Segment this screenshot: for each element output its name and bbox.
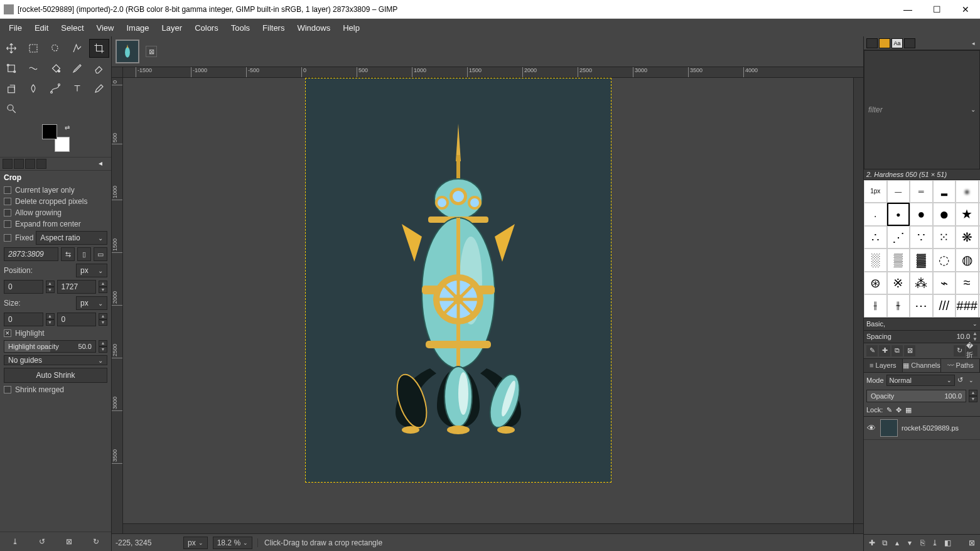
text-tool[interactable]	[67, 79, 87, 98]
brush-item[interactable]: ≈	[956, 272, 979, 295]
image-tab[interactable]	[116, 40, 139, 63]
size-unit-select[interactable]: px⌄	[76, 296, 107, 310]
pos-unit-select[interactable]: px⌄	[76, 264, 107, 277]
color-picker-tool[interactable]	[89, 79, 109, 98]
dup-layer-icon[interactable]: ⎘	[917, 537, 928, 548]
pos-y-input[interactable]: 1727	[57, 280, 97, 294]
brush-item[interactable]: ❋	[956, 226, 979, 249]
menu-select[interactable]: Select	[55, 21, 90, 35]
swap-ratio-icon[interactable]: ⇆	[61, 247, 75, 261]
menu-help[interactable]: Help	[337, 21, 366, 35]
smudge-tool[interactable]	[23, 79, 43, 98]
tab-paths[interactable]: 〰Paths	[941, 359, 980, 372]
brush-item[interactable]: —	[887, 180, 910, 203]
warp-tool[interactable]	[23, 59, 43, 78]
brush-item[interactable]: ●	[956, 180, 979, 203]
brush-item[interactable]: ◍	[956, 249, 979, 272]
brush-grid[interactable]: 1px—═▂●●.●●●★✶∴⋰∵⁙❋✦░▒▓◌◍◉⊛※⁂⌁≈〰⫲⫳⋯///##…	[864, 180, 980, 318]
ratio-input[interactable]: 2873:3809	[4, 247, 58, 261]
tab-channels[interactable]: ▦Channels	[903, 359, 942, 372]
fuzzy-select-tool[interactable]	[67, 39, 87, 58]
brush-item[interactable]: ###	[956, 294, 979, 318]
brush-item[interactable]: ⌁	[933, 272, 956, 295]
brush-item[interactable]: ⁂	[910, 272, 933, 295]
restore-preset-icon[interactable]: ↺	[36, 536, 48, 547]
new-layer-icon[interactable]: ✚	[866, 537, 878, 548]
brush-item[interactable]: ⋰	[887, 226, 910, 249]
menu-layer[interactable]: Layer	[156, 21, 189, 35]
ruler-vertical[interactable]: 0500100015002000250030003500	[112, 78, 123, 523]
highlight-check[interactable]: Highlight	[4, 329, 107, 338]
brush-item[interactable]: ※	[887, 272, 910, 295]
transform-tool[interactable]	[1, 59, 21, 78]
current-layer-only-check[interactable]: Current layer only	[4, 186, 107, 195]
brush-item[interactable]: ⁙	[933, 226, 956, 249]
menu-windows[interactable]: Windows	[291, 21, 337, 35]
brush-item[interactable]: 1px	[864, 180, 887, 203]
reset-preset-icon[interactable]: ↻	[90, 536, 102, 547]
delete-cropped-check[interactable]: Delete cropped pixels	[4, 197, 107, 206]
tab-tool-options[interactable]	[3, 159, 13, 169]
allow-growing-check[interactable]: Allow growing	[4, 208, 107, 217]
zoom-tool[interactable]	[1, 99, 21, 118]
swap-colors-icon[interactable]: ⇄	[65, 124, 70, 131]
menu-edit[interactable]: Edit	[28, 21, 55, 35]
size-w-input[interactable]: 0	[4, 313, 43, 326]
bucket-fill-tool[interactable]	[45, 59, 65, 78]
menu-tools[interactable]: Tools	[225, 21, 256, 35]
tab-fonts[interactable]: Aa	[891, 38, 903, 48]
minimize-button[interactable]: —	[893, 0, 922, 18]
brush-item[interactable]: ⫳	[887, 294, 910, 318]
tab-images[interactable]	[36, 159, 46, 169]
paintbrush-tool[interactable]	[67, 59, 87, 78]
visibility-icon[interactable]: 👁	[866, 423, 876, 433]
brush-item[interactable]: ●	[887, 203, 910, 226]
brush-item[interactable]: ◌	[933, 249, 956, 272]
brush-item[interactable]: ▒	[887, 249, 910, 272]
brush-item[interactable]: ∵	[910, 226, 933, 249]
dock-menu-icon[interactable]: ◂	[969, 39, 977, 48]
menu-image[interactable]: Image	[120, 21, 155, 35]
size-h-input[interactable]: 0	[57, 313, 97, 326]
dup-brush-icon[interactable]: ⧉	[891, 345, 903, 356]
lock-pixels-icon[interactable]: ✎	[886, 406, 892, 414]
eraser-tool[interactable]	[89, 59, 109, 78]
fixed-mode-select[interactable]: Aspect ratio⌄	[36, 231, 107, 245]
nav-corner-icon[interactable]	[853, 523, 863, 533]
merge-down-icon[interactable]: ⤓	[929, 537, 940, 548]
status-zoom-select[interactable]: 18.2 %⌄	[213, 537, 252, 549]
layer-row[interactable]: 👁 rocket-5029889.ps	[864, 417, 980, 440]
landscape-icon[interactable]: ▭	[94, 247, 107, 261]
ruler-horizontal[interactable]: -1500-1000-50005001000150020002500300035…	[112, 67, 863, 78]
brush-item[interactable]: .	[864, 203, 887, 226]
brush-item[interactable]: ●	[933, 203, 956, 226]
raise-layer-icon[interactable]: ▴	[891, 537, 903, 548]
menu-colors[interactable]: Colors	[188, 21, 225, 35]
mode-menu-icon[interactable]: ⌄	[969, 377, 977, 383]
brush-item[interactable]: ⋯	[910, 294, 933, 318]
tab-patterns[interactable]	[879, 38, 890, 48]
save-preset-icon[interactable]: ⤓	[9, 536, 21, 547]
pos-x-input[interactable]: 0	[4, 280, 43, 294]
brush-item[interactable]: ///	[933, 294, 956, 318]
delete-brush-icon[interactable]: ⊠	[904, 345, 915, 356]
brush-item[interactable]: ★	[956, 203, 979, 226]
paths-tool[interactable]	[45, 79, 65, 98]
brush-item[interactable]: ▂	[933, 180, 956, 203]
shrink-merged-check[interactable]: Shrink merged	[4, 385, 107, 394]
brush-item[interactable]: ░	[864, 249, 887, 272]
menu-filters[interactable]: Filters	[256, 21, 291, 35]
tab-layers[interactable]: ≡Layers	[864, 359, 903, 372]
layer-name[interactable]: rocket-5029889.ps	[902, 424, 977, 432]
clone-tool[interactable]	[1, 79, 21, 98]
delete-layer-icon[interactable]: ⊠	[966, 537, 977, 548]
tab-undo-history[interactable]	[25, 159, 35, 169]
brush-item[interactable]: ═	[910, 180, 933, 203]
brush-item[interactable]: ●	[910, 203, 933, 226]
status-unit-select[interactable]: px⌄	[183, 537, 208, 549]
scrollbar-horizontal[interactable]	[123, 523, 853, 533]
highlight-opacity-slider[interactable]: Highlight opacity50.0	[4, 340, 96, 353]
free-select-tool[interactable]	[45, 39, 65, 58]
crop-tool[interactable]	[89, 39, 109, 58]
tab-menu-icon[interactable]: ◂	[99, 159, 109, 169]
